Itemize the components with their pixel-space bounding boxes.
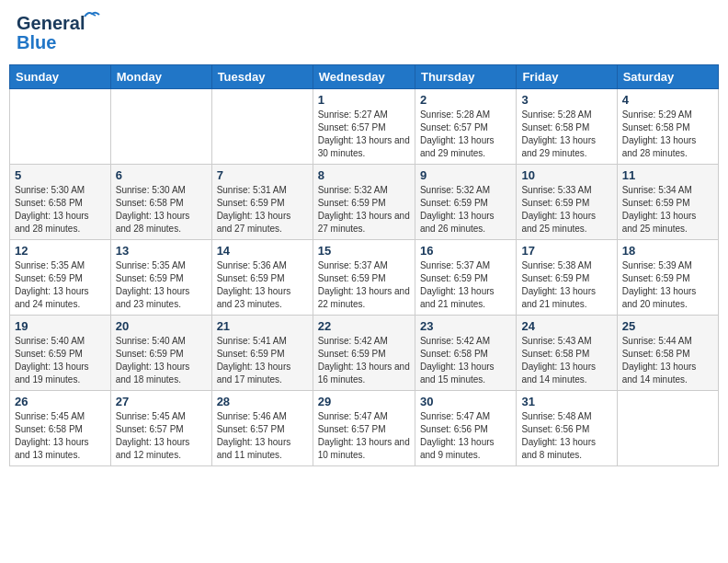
day-number: 12 [15, 244, 106, 258]
day-info: Sunrise: 5:45 AM Sunset: 6:58 PM Dayligh… [15, 410, 106, 462]
day-number: 1 [318, 93, 410, 107]
day-number: 14 [217, 244, 308, 258]
day-number: 31 [521, 395, 611, 408]
day-number: 13 [116, 244, 207, 258]
calendar-week-row: 19Sunrise: 5:40 AM Sunset: 6:59 PM Dayli… [10, 316, 719, 391]
calendar-cell: 17Sunrise: 5:38 AM Sunset: 6:59 PM Dayli… [517, 240, 617, 316]
calendar-cell: 15Sunrise: 5:37 AM Sunset: 6:59 PM Dayli… [313, 240, 415, 316]
calendar-cell: 18Sunrise: 5:39 AM Sunset: 6:59 PM Dayli… [617, 240, 718, 316]
weekday-header-saturday: Saturday [617, 65, 718, 89]
day-info: Sunrise: 5:42 AM Sunset: 6:58 PM Dayligh… [420, 335, 511, 386]
day-info: Sunrise: 5:44 AM Sunset: 6:58 PM Dayligh… [622, 335, 713, 386]
day-info: Sunrise: 5:30 AM Sunset: 6:58 PM Dayligh… [15, 184, 106, 236]
calendar-cell: 16Sunrise: 5:37 AM Sunset: 6:59 PM Dayli… [415, 240, 516, 316]
day-number: 19 [15, 319, 106, 333]
calendar-cell [110, 89, 211, 165]
weekday-header-sunday: Sunday [10, 65, 111, 89]
calendar-cell: 4Sunrise: 5:29 AM Sunset: 6:58 PM Daylig… [617, 89, 718, 165]
logo-blue: Blue [17, 32, 56, 53]
day-number: 2 [420, 93, 511, 107]
calendar-cell: 27Sunrise: 5:45 AM Sunset: 6:57 PM Dayli… [110, 391, 211, 466]
calendar-cell: 31Sunrise: 5:48 AM Sunset: 6:56 PM Dayli… [517, 391, 617, 466]
calendar-cell: 30Sunrise: 5:47 AM Sunset: 6:56 PM Dayli… [415, 391, 516, 466]
weekday-header-thursday: Thursday [415, 65, 516, 89]
day-info: Sunrise: 5:48 AM Sunset: 6:56 PM Dayligh… [521, 410, 611, 462]
day-number: 24 [521, 319, 611, 333]
calendar-cell: 23Sunrise: 5:42 AM Sunset: 6:58 PM Dayli… [415, 316, 516, 391]
day-info: Sunrise: 5:47 AM Sunset: 6:57 PM Dayligh… [318, 410, 410, 462]
page-header: General Blue [9, 9, 719, 57]
day-info: Sunrise: 5:37 AM Sunset: 6:59 PM Dayligh… [420, 259, 511, 311]
day-number: 26 [15, 395, 106, 408]
day-number: 30 [420, 395, 511, 408]
day-info: Sunrise: 5:47 AM Sunset: 6:56 PM Dayligh… [420, 410, 511, 462]
day-info: Sunrise: 5:45 AM Sunset: 6:57 PM Dayligh… [116, 410, 207, 462]
day-info: Sunrise: 5:43 AM Sunset: 6:58 PM Dayligh… [521, 335, 611, 386]
day-number: 23 [420, 319, 511, 333]
day-number: 28 [217, 395, 308, 408]
day-number: 5 [15, 168, 106, 182]
weekday-header-wednesday: Wednesday [313, 65, 415, 89]
calendar-cell: 29Sunrise: 5:47 AM Sunset: 6:57 PM Dayli… [313, 391, 415, 466]
day-info: Sunrise: 5:30 AM Sunset: 6:58 PM Dayligh… [116, 184, 207, 236]
calendar-cell: 9Sunrise: 5:32 AM Sunset: 6:59 PM Daylig… [415, 165, 516, 240]
calendar-table: SundayMondayTuesdayWednesdayThursdayFrid… [9, 64, 719, 466]
day-info: Sunrise: 5:35 AM Sunset: 6:59 PM Dayligh… [116, 259, 207, 311]
calendar-cell [211, 89, 313, 165]
day-info: Sunrise: 5:46 AM Sunset: 6:57 PM Dayligh… [217, 410, 308, 462]
day-number: 7 [217, 168, 308, 182]
day-number: 21 [217, 319, 308, 333]
calendar-cell: 11Sunrise: 5:34 AM Sunset: 6:59 PM Dayli… [617, 165, 718, 240]
calendar-cell: 1Sunrise: 5:27 AM Sunset: 6:57 PM Daylig… [313, 89, 415, 165]
weekday-header-friday: Friday [517, 65, 617, 89]
day-number: 17 [521, 244, 611, 258]
weekday-header-monday: Monday [110, 65, 211, 89]
weekday-header-row: SundayMondayTuesdayWednesdayThursdayFrid… [10, 65, 719, 89]
day-info: Sunrise: 5:33 AM Sunset: 6:59 PM Dayligh… [521, 184, 611, 236]
day-info: Sunrise: 5:32 AM Sunset: 6:59 PM Dayligh… [318, 184, 410, 236]
calendar-week-row: 12Sunrise: 5:35 AM Sunset: 6:59 PM Dayli… [10, 240, 719, 316]
calendar-cell [617, 391, 718, 466]
calendar-cell: 12Sunrise: 5:35 AM Sunset: 6:59 PM Dayli… [10, 240, 111, 316]
day-number: 29 [318, 395, 410, 408]
day-number: 11 [622, 168, 713, 182]
calendar-cell: 28Sunrise: 5:46 AM Sunset: 6:57 PM Dayli… [211, 391, 313, 466]
calendar-cell: 8Sunrise: 5:32 AM Sunset: 6:59 PM Daylig… [313, 165, 415, 240]
day-number: 10 [521, 168, 611, 182]
day-info: Sunrise: 5:40 AM Sunset: 6:59 PM Dayligh… [116, 335, 207, 386]
calendar-cell: 5Sunrise: 5:30 AM Sunset: 6:58 PM Daylig… [10, 165, 111, 240]
calendar-cell: 24Sunrise: 5:43 AM Sunset: 6:58 PM Dayli… [517, 316, 617, 391]
calendar-week-row: 5Sunrise: 5:30 AM Sunset: 6:58 PM Daylig… [10, 165, 719, 240]
day-info: Sunrise: 5:28 AM Sunset: 6:58 PM Dayligh… [521, 109, 611, 160]
day-number: 6 [116, 168, 207, 182]
day-info: Sunrise: 5:31 AM Sunset: 6:59 PM Dayligh… [217, 184, 308, 236]
day-number: 22 [318, 319, 410, 333]
day-info: Sunrise: 5:27 AM Sunset: 6:57 PM Dayligh… [318, 109, 410, 160]
logo: General Blue [17, 13, 85, 53]
logo-bird-icon [83, 9, 101, 22]
day-info: Sunrise: 5:39 AM Sunset: 6:59 PM Dayligh… [622, 259, 713, 311]
day-info: Sunrise: 5:38 AM Sunset: 6:59 PM Dayligh… [521, 259, 611, 311]
day-number: 4 [622, 93, 713, 107]
calendar-cell: 7Sunrise: 5:31 AM Sunset: 6:59 PM Daylig… [211, 165, 313, 240]
day-info: Sunrise: 5:29 AM Sunset: 6:58 PM Dayligh… [622, 109, 713, 160]
calendar-cell [10, 89, 111, 165]
day-number: 25 [622, 319, 713, 333]
day-number: 8 [318, 168, 410, 182]
calendar-cell: 6Sunrise: 5:30 AM Sunset: 6:58 PM Daylig… [110, 165, 211, 240]
calendar-cell: 2Sunrise: 5:28 AM Sunset: 6:57 PM Daylig… [415, 89, 516, 165]
calendar-cell: 21Sunrise: 5:41 AM Sunset: 6:59 PM Dayli… [211, 316, 313, 391]
calendar-cell: 20Sunrise: 5:40 AM Sunset: 6:59 PM Dayli… [110, 316, 211, 391]
weekday-header-tuesday: Tuesday [211, 65, 313, 89]
day-info: Sunrise: 5:36 AM Sunset: 6:59 PM Dayligh… [217, 259, 308, 311]
day-number: 20 [116, 319, 207, 333]
calendar-cell: 14Sunrise: 5:36 AM Sunset: 6:59 PM Dayli… [211, 240, 313, 316]
calendar-cell: 10Sunrise: 5:33 AM Sunset: 6:59 PM Dayli… [517, 165, 617, 240]
calendar-cell: 22Sunrise: 5:42 AM Sunset: 6:59 PM Dayli… [313, 316, 415, 391]
logo-general: General [17, 13, 85, 33]
day-number: 18 [622, 244, 713, 258]
day-info: Sunrise: 5:28 AM Sunset: 6:57 PM Dayligh… [420, 109, 511, 160]
day-number: 15 [318, 244, 410, 258]
day-number: 9 [420, 168, 511, 182]
day-number: 3 [521, 93, 611, 107]
